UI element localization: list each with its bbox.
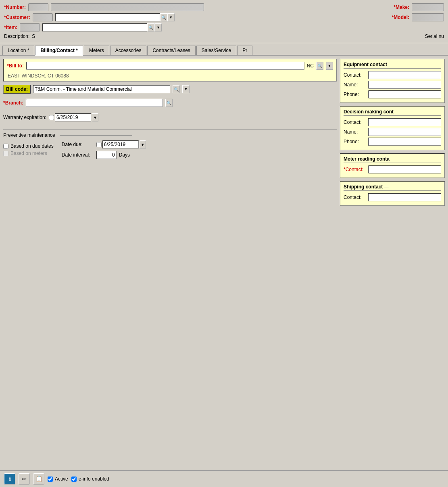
pm-date-due-row: Date due: 6/25/2019 ▼ bbox=[62, 140, 146, 148]
warranty-date-input[interactable]: 6/25/2019 bbox=[55, 113, 91, 121]
bill-to-value: NC bbox=[307, 63, 314, 69]
warranty-checkbox[interactable] bbox=[49, 115, 54, 120]
item-dropdown-btn[interactable]: ▼ bbox=[154, 23, 162, 31]
bill-code-search-btn[interactable]: 🔍 bbox=[173, 85, 180, 93]
info-button[interactable]: ℹ bbox=[4, 473, 15, 485]
header-row-item: *Item: R MFP 🔍 ▼ bbox=[4, 23, 444, 31]
equipment-name-label: Name: bbox=[344, 82, 366, 88]
bill-to-label: *Bill to: bbox=[7, 63, 24, 69]
customer-lookup-group: NCE ASSOCIATION 🔍 ▼ bbox=[55, 13, 175, 21]
decision-phone-row: Phone: bbox=[344, 138, 441, 146]
branch-search-btn[interactable]: 🔍 bbox=[165, 99, 173, 107]
bill-to-search-btn[interactable]: 🔍 bbox=[316, 62, 323, 70]
equipment-contact-title: Equipment contact bbox=[344, 62, 441, 69]
customer-lookup-input[interactable]: NCE ASSOCIATION bbox=[55, 13, 160, 21]
customer-label: *Customer: bbox=[4, 15, 30, 20]
bill-to-address: EAST WINDSOR, CT 06088 bbox=[7, 72, 333, 79]
pm-interval-input[interactable]: 0 bbox=[96, 151, 117, 159]
customer-dropdown-btn[interactable]: ▼ bbox=[167, 13, 175, 21]
equipment-name-input[interactable] bbox=[368, 81, 441, 89]
decision-contact-label: Contact: bbox=[344, 119, 366, 125]
pm-date-due-checkbox[interactable] bbox=[96, 142, 102, 147]
branch-row: *Branch: 🔍 bbox=[3, 99, 337, 107]
einfo-label: e-info enabled bbox=[79, 476, 109, 482]
equipment-contact-row: Contact: bbox=[344, 71, 441, 79]
equipment-phone-input[interactable] bbox=[368, 90, 441, 98]
decision-name-label: Name: bbox=[344, 129, 366, 135]
item-label: *Item: bbox=[4, 25, 17, 30]
model-group: *Model: bbox=[392, 13, 444, 21]
content-area: *Bill to: NC 🔍 ▼ EAST WINDSOR, CT 06088 … bbox=[0, 56, 448, 419]
bill-code-dropdown-btn[interactable]: ▼ bbox=[182, 85, 190, 93]
equipment-contact-section: Equipment contact Contact: Name: Phone: bbox=[340, 59, 445, 103]
pm-left: Based on due dates Based on meters bbox=[3, 143, 54, 156]
meter-contact-input[interactable] bbox=[368, 165, 441, 173]
serial-label: Serial nu bbox=[425, 33, 444, 39]
pm-section: Preventive maintenance Based on due date… bbox=[3, 130, 337, 159]
make-label: *Make: bbox=[394, 4, 409, 10]
item-lookup-group: R MFP 🔍 ▼ bbox=[42, 23, 162, 31]
bill-code-row: Bill code: T&M Comm. - Time and Material… bbox=[3, 85, 337, 94]
shipping-contact-section: Shipping contact — Contact: bbox=[340, 181, 445, 206]
main-container: *Number: *Make: *Customer: NCE ASSOCIATI… bbox=[0, 0, 448, 487]
bill-to-input[interactable] bbox=[26, 62, 304, 70]
clipboard-icon: 📋 bbox=[35, 476, 42, 482]
decision-phone-input[interactable] bbox=[368, 138, 441, 146]
tab-accessories[interactable]: Accessories bbox=[110, 46, 147, 55]
meter-contact-section: Meter reading conta *Contact: bbox=[340, 153, 445, 178]
left-panel: *Bill to: NC 🔍 ▼ EAST WINDSOR, CT 06088 … bbox=[3, 59, 337, 416]
pm-meters-label: Based on meters bbox=[10, 150, 47, 156]
make-input[interactable] bbox=[412, 3, 444, 11]
clipboard-button[interactable]: 📋 bbox=[33, 473, 44, 485]
pm-date-due-input[interactable]: 6/25/2019 bbox=[102, 140, 139, 148]
bill-to-dropdown-btn[interactable]: ▼ bbox=[326, 62, 333, 70]
decision-contact-input[interactable] bbox=[368, 118, 441, 126]
footer-bar: ℹ ✏ 📋 Active e-info enabled bbox=[0, 470, 448, 487]
shipping-contact-title: Shipping contact — bbox=[344, 184, 441, 191]
bill-to-section: *Bill to: NC 🔍 ▼ EAST WINDSOR, CT 06088 bbox=[3, 59, 337, 82]
pencil-button[interactable]: ✏ bbox=[19, 473, 30, 485]
equipment-name-row: Name: bbox=[344, 81, 441, 89]
item-search-btn[interactable]: 🔍 bbox=[147, 23, 154, 31]
info-icon: ℹ bbox=[9, 476, 11, 482]
tab-sales-service[interactable]: Sales/Service bbox=[196, 46, 236, 55]
tab-billing-contact[interactable]: Billing/Contact * bbox=[35, 46, 83, 56]
tab-location[interactable]: Location * bbox=[2, 46, 34, 55]
tab-meters[interactable]: Meters bbox=[84, 46, 109, 55]
model-input[interactable] bbox=[412, 13, 444, 21]
warranty-date-dropdown-btn[interactable]: ▼ bbox=[92, 113, 98, 121]
number-input[interactable] bbox=[28, 3, 48, 11]
pm-interval-row: Date interval: 0 Days bbox=[62, 151, 146, 159]
item-input-1[interactable] bbox=[20, 23, 40, 31]
einfo-group: e-info enabled bbox=[71, 476, 109, 482]
meter-contact-label: *Contact: bbox=[344, 167, 366, 172]
bill-code-input[interactable]: T&M Comm. - Time and Material Commercial bbox=[33, 85, 170, 93]
active-checkbox[interactable] bbox=[48, 477, 53, 482]
tab-pr[interactable]: Pr bbox=[237, 46, 252, 55]
pm-right: Date due: 6/25/2019 ▼ Date interval: 0 D… bbox=[62, 140, 146, 159]
pm-meters-checkbox[interactable] bbox=[3, 151, 8, 156]
tab-contracts-leases[interactable]: Contracts/Leases bbox=[147, 46, 195, 55]
shipping-contact-input[interactable] bbox=[368, 193, 441, 201]
active-label: Active bbox=[55, 476, 68, 482]
number-input2[interactable] bbox=[51, 3, 204, 11]
branch-input[interactable] bbox=[26, 99, 163, 107]
pm-date-due-dropdown-btn[interactable]: ▼ bbox=[140, 140, 146, 148]
equipment-phone-row: Phone: bbox=[344, 90, 441, 98]
description-label: Description: bbox=[4, 33, 29, 39]
decision-name-input[interactable] bbox=[368, 128, 441, 136]
pm-title: Preventive maintenance bbox=[3, 132, 337, 138]
item-lookup-input[interactable]: R MFP bbox=[42, 23, 147, 31]
header-row-number: *Number: *Make: bbox=[4, 3, 444, 11]
pm-due-dates-checkbox[interactable] bbox=[3, 144, 8, 149]
bill-to-row: *Bill to: NC 🔍 ▼ bbox=[7, 62, 333, 70]
shipping-contact-row: Contact: bbox=[344, 193, 441, 201]
customer-search-btn[interactable]: 🔍 bbox=[160, 13, 167, 21]
pm-row: Based on due dates Based on meters Date … bbox=[3, 140, 337, 159]
pm-days-label: Days bbox=[119, 152, 130, 158]
equipment-contact-input[interactable] bbox=[368, 71, 441, 79]
pm-due-dates-row: Based on due dates bbox=[3, 143, 54, 149]
bill-code-label: Bill code: bbox=[3, 85, 31, 94]
einfo-checkbox[interactable] bbox=[71, 477, 77, 482]
customer-input-1[interactable] bbox=[33, 13, 53, 21]
